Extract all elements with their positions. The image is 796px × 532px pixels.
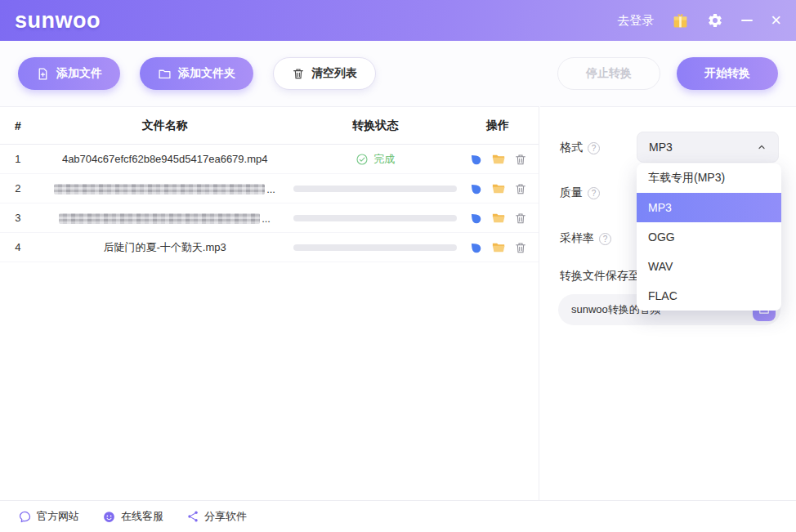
- progress-bar: [293, 215, 457, 221]
- delete-icon[interactable]: [514, 182, 527, 195]
- filename-ellipsis: ...: [266, 183, 275, 195]
- format-value: MP3: [649, 141, 673, 154]
- open-folder-icon[interactable]: [491, 181, 506, 196]
- stop-convert-button[interactable]: 停止转换: [557, 57, 660, 90]
- add-folder-button[interactable]: 添加文件夹: [140, 57, 253, 90]
- status-done: 完成: [356, 152, 395, 167]
- format-dropdown-menu: 车载专用(MP3) MP3 OGG WAV FLAC: [637, 163, 781, 311]
- file-list: # 文件名称 转换状态 操作 1 4ab704c67efcf62b8e945d5…: [0, 106, 539, 500]
- row-filename-redacted: ...: [36, 181, 293, 194]
- row-index: 2: [0, 182, 36, 194]
- toolbar: 添加文件 添加文件夹 清空列表 停止转换 开始转换: [0, 41, 796, 106]
- check-circle-icon: [356, 153, 369, 166]
- edit-icon[interactable]: [468, 211, 483, 226]
- col-index: #: [0, 119, 36, 132]
- start-convert-button[interactable]: 开始转换: [677, 57, 778, 90]
- delete-icon[interactable]: [514, 212, 527, 225]
- login-link[interactable]: 去登录: [617, 13, 654, 29]
- close-button[interactable]: ×: [771, 11, 781, 29]
- menu-item-flac[interactable]: FLAC: [637, 281, 781, 311]
- folder-plus-icon: [158, 67, 172, 81]
- footer-bar: 官方网站 在线客服 分享软件: [0, 500, 796, 532]
- gift-icon[interactable]: [672, 12, 689, 29]
- add-folder-label: 添加文件夹: [178, 66, 235, 81]
- table-row: 2 ...: [0, 174, 539, 203]
- share-software-label: 分享软件: [204, 509, 247, 524]
- sample-rate-row: 采样率 ?: [560, 230, 611, 247]
- open-folder-icon[interactable]: [491, 211, 506, 226]
- edit-icon[interactable]: [468, 181, 483, 196]
- delete-icon[interactable]: [514, 241, 527, 254]
- row-filename: 4ab704c67efcf62b8e945d5417ea6679.mp4: [36, 153, 294, 165]
- table-row: 3 ...: [0, 203, 539, 233]
- online-support-link[interactable]: 在线客服: [102, 509, 163, 524]
- minimize-icon: [741, 20, 753, 21]
- quality-label: 质量: [560, 186, 583, 200]
- edit-icon[interactable]: [468, 152, 483, 167]
- add-file-button[interactable]: 添加文件: [18, 57, 120, 90]
- title-bar-actions: 去登录 ×: [617, 11, 781, 29]
- format-row: 格式 ?: [560, 140, 600, 156]
- chevron-up-icon: [757, 142, 767, 152]
- help-icon[interactable]: ?: [599, 233, 611, 245]
- col-filename: 文件名称: [36, 118, 294, 133]
- progress-bar: [293, 186, 457, 192]
- row-index: 1: [0, 153, 36, 165]
- format-select[interactable]: MP3: [637, 132, 779, 163]
- official-website-label: 官方网站: [37, 509, 79, 524]
- add-file-label: 添加文件: [56, 66, 102, 81]
- redacted-filename-block: [54, 184, 265, 194]
- row-index: 3: [0, 212, 36, 224]
- chat-bubble-icon: [18, 510, 32, 524]
- table-row: 1 4ab704c67efcf62b8e945d5417ea6679.mp4 完…: [0, 145, 539, 174]
- quality-row: 质量 ?: [560, 185, 600, 201]
- menu-item-mp3-selected[interactable]: MP3: [637, 193, 781, 222]
- title-bar: sunwoo 去登录 ×: [0, 0, 796, 41]
- menu-item-wav[interactable]: WAV: [637, 252, 781, 281]
- table-row: 4 后陡门的夏-十个勤天.mp3: [0, 233, 539, 262]
- redacted-filename-block: [59, 213, 260, 224]
- row-index: 4: [0, 241, 36, 253]
- trash-icon: [292, 67, 305, 80]
- file-plus-icon: [36, 67, 50, 81]
- col-operations: 操作: [457, 118, 539, 133]
- format-label: 格式: [560, 141, 583, 155]
- convert-controls: 停止转换 开始转换: [557, 57, 778, 90]
- menu-item-ogg[interactable]: OGG: [637, 222, 781, 252]
- minimize-button[interactable]: [741, 20, 753, 21]
- clear-list-label: 清空列表: [311, 66, 357, 81]
- clear-list-button[interactable]: 清空列表: [273, 57, 376, 90]
- col-status: 转换状态: [293, 118, 457, 133]
- edit-icon[interactable]: [468, 240, 483, 255]
- table-header: # 文件名称 转换状态 操作: [0, 107, 539, 145]
- row-filename-redacted: ...: [36, 211, 293, 224]
- help-icon[interactable]: ?: [588, 142, 600, 154]
- help-icon[interactable]: ?: [588, 187, 600, 199]
- sample-rate-label: 采样率: [560, 231, 594, 246]
- settings-panel: 格式 ? MP3 质量 ? 采样率 ? 转换文件保存至 sunwoo转换的音频 …: [540, 106, 796, 500]
- share-software-link[interactable]: 分享软件: [186, 509, 247, 524]
- open-folder-icon[interactable]: [491, 152, 506, 167]
- official-website-link[interactable]: 官方网站: [18, 509, 79, 524]
- customer-service-icon: [102, 510, 116, 524]
- share-icon: [186, 510, 199, 523]
- menu-item-car-mp3[interactable]: 车载专用(MP3): [637, 163, 781, 193]
- online-support-label: 在线客服: [121, 509, 163, 524]
- app-logo: sunwoo: [15, 8, 101, 34]
- delete-icon[interactable]: [514, 153, 527, 166]
- progress-bar: [293, 244, 457, 251]
- settings-gear-icon[interactable]: [707, 12, 723, 29]
- row-filename: 后陡门的夏-十个勤天.mp3: [36, 240, 293, 255]
- status-done-label: 完成: [373, 152, 395, 167]
- open-folder-icon[interactable]: [491, 240, 506, 255]
- save-location-label: 转换文件保存至: [560, 268, 640, 284]
- app-window: sunwoo 去登录 ×: [0, 0, 796, 532]
- filename-ellipsis: ...: [262, 212, 271, 225]
